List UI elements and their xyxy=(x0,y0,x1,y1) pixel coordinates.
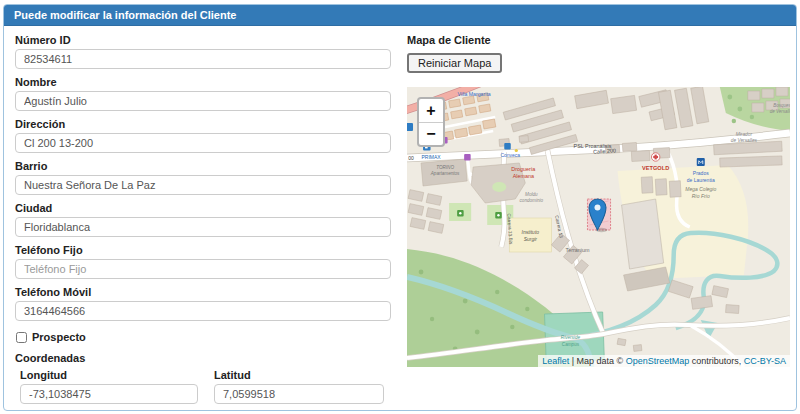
leaflet-link[interactable]: Leaflet xyxy=(542,356,569,366)
transit-station-icon xyxy=(697,158,705,166)
map-canvas: Villa Margarita PSL Proanálisis PRIMAX C… xyxy=(407,87,790,367)
attribution-text: | Map data © xyxy=(569,356,626,366)
map-label-vetgold: VETGOLD xyxy=(642,165,669,171)
barrio-input[interactable] xyxy=(15,175,391,195)
license-link[interactable]: CC-BY-SA xyxy=(744,356,786,366)
map-label-mega-2: Río Frío xyxy=(692,193,710,199)
attribution-contributors: contributors, xyxy=(689,356,744,366)
latitud-label: Latitud xyxy=(214,369,384,381)
map-label-calle-200-left: 00 xyxy=(408,155,414,161)
prospecto-checkbox[interactable] xyxy=(16,332,27,343)
nombre-input[interactable] xyxy=(15,91,391,111)
openstreetmap-link[interactable]: OpenStreetMap xyxy=(626,356,690,366)
barrio-label: Barrio xyxy=(15,160,391,172)
numero-id-input[interactable] xyxy=(15,49,391,69)
panel-body: Número ID Nombre Dirección Barrio Ciudad… xyxy=(4,26,796,411)
map-label-terranium: Terranium xyxy=(565,247,590,253)
reiniciar-mapa-button[interactable]: Reiniciar Mapa xyxy=(407,53,502,73)
prospecto-label: Prospecto xyxy=(32,331,86,343)
zoom-in-button[interactable]: + xyxy=(419,99,443,122)
map-section: Mapa de Cliente Reiniciar Mapa xyxy=(407,34,785,411)
map-label-torino-1: TORINO xyxy=(436,165,454,170)
map-label-bosques-1: Bosques xyxy=(773,103,790,108)
coordenadas-title: Coordenadas xyxy=(15,352,391,364)
map-label-drogueria-1: Droguería xyxy=(511,166,535,172)
map-attribution: Leaflet | Map data © OpenStreetMap contr… xyxy=(538,355,790,367)
map-label-conveca: Conveca xyxy=(500,152,520,158)
direccion-input[interactable] xyxy=(15,133,391,153)
map-label-instituto-1: Instituto xyxy=(522,229,540,235)
pharmacy-cross-icon xyxy=(651,153,659,161)
map-label-instituto-2: Surgir xyxy=(524,236,538,242)
map[interactable]: Villa Margarita PSL Proanálisis PRIMAX C… xyxy=(407,87,790,367)
numero-id-label: Número ID xyxy=(15,34,391,46)
map-label-mega-1: Mega Colegio xyxy=(685,186,716,192)
map-section-title: Mapa de Cliente xyxy=(407,34,785,46)
map-label-mirador-2: de Versalles xyxy=(731,138,758,143)
telefono-movil-label: Teléfono Móvil xyxy=(15,286,391,298)
direccion-label: Dirección xyxy=(15,118,391,130)
map-label-riverside-1: Riverside xyxy=(561,335,581,340)
latitud-input[interactable] xyxy=(214,384,384,404)
map-label-mirador-1: Mirador xyxy=(736,132,753,137)
map-label-riverside-2: Campus xyxy=(562,342,580,347)
map-zoom-control: + − xyxy=(417,97,445,147)
client-edit-panel: Puede modificar la información del Clien… xyxy=(3,4,797,411)
map-label-bosques-2: de Versalles xyxy=(770,109,790,114)
parking-icon xyxy=(407,123,413,131)
zoom-out-button[interactable]: − xyxy=(419,122,443,145)
longitud-label: Longitud xyxy=(20,369,198,381)
map-label-drogueria-2: Alemana xyxy=(513,173,534,179)
client-form: Número ID Nombre Dirección Barrio Ciudad… xyxy=(15,34,391,411)
nombre-label: Nombre xyxy=(15,76,391,88)
ciudad-input[interactable] xyxy=(15,217,391,237)
map-label-torino-2: Apartamentos xyxy=(430,171,460,176)
map-label-prados-1: Prados xyxy=(693,170,709,176)
telefono-movil-input[interactable] xyxy=(15,301,391,321)
map-label-villa-margarita: Villa Margarita xyxy=(458,91,491,97)
ciudad-label: Ciudad xyxy=(15,202,391,214)
panel-title: Puede modificar la información del Clien… xyxy=(14,9,237,21)
telefono-fijo-input[interactable] xyxy=(15,259,391,279)
shop-icon-2 xyxy=(464,154,471,161)
map-label-moldu-1: Moldu xyxy=(525,192,538,197)
map-label-primax: PRIMAX xyxy=(421,154,441,160)
panel-header: Puede modificar la información del Clien… xyxy=(4,5,796,26)
map-label-moldu-2: condominio xyxy=(520,198,544,203)
telefono-fijo-label: Teléfono Fijo xyxy=(15,244,391,256)
longitud-input[interactable] xyxy=(20,384,198,404)
map-label-prados-2: de Laurentia xyxy=(687,177,715,183)
